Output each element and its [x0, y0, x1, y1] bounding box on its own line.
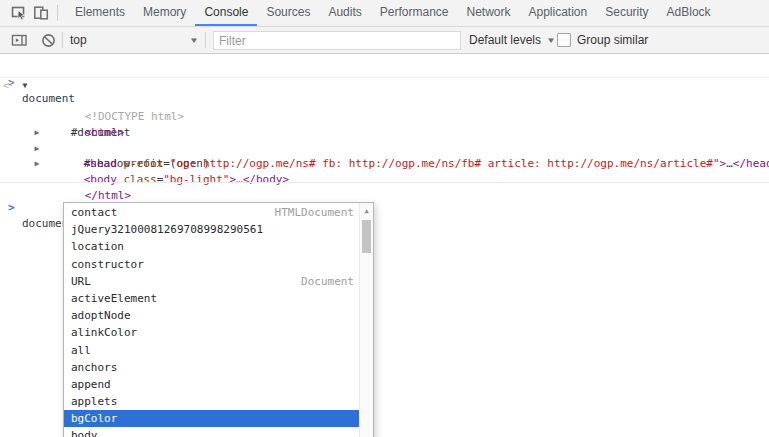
- console-output: > document <· ▼ #document <!DOCTYPE html…: [0, 54, 769, 437]
- context-selected-label: top: [70, 33, 87, 47]
- tab-adblock[interactable]: AdBlock: [658, 0, 720, 26]
- suggestion-alinkcolor[interactable]: alinkColor: [64, 324, 360, 341]
- tab-application[interactable]: Application: [520, 0, 597, 26]
- suggestion-type-annotation: Document: [301, 273, 354, 290]
- console-sidebar-icon: [11, 32, 28, 48]
- suggestion-label: alinkColor: [71, 324, 137, 341]
- expand-triangle-icon[interactable]: ▼: [20, 78, 30, 94]
- panel-tabs: ElementsMemoryConsoleSourcesAuditsPerfor…: [66, 0, 720, 26]
- group-similar-checkbox[interactable]: [557, 33, 571, 47]
- clear-console-button[interactable]: [37, 30, 59, 50]
- tab-sources[interactable]: Sources: [257, 0, 319, 26]
- tab-label: Performance: [380, 5, 449, 19]
- body-element-row[interactable]: ▶<body class="bg-light">…</body>: [0, 156, 769, 172]
- tab-label: Application: [529, 5, 588, 19]
- collapse-triangle-icon[interactable]: ▶: [32, 156, 42, 172]
- execution-context-selector[interactable]: top ▼: [70, 27, 198, 53]
- suggestion-label: bgColor: [71, 410, 117, 427]
- dom-result-tree: <· ▼ #document <!DOCTYPE html> <html> ▶ …: [0, 78, 769, 188]
- scroll-up-arrow-icon[interactable]: ▲: [360, 207, 373, 215]
- chevron-down-icon: ▼: [189, 36, 199, 45]
- popup-scrollbar[interactable]: ▲: [359, 203, 373, 437]
- suggestion-list: contactHTMLDocumentjQuery321000812697089…: [64, 204, 360, 437]
- suggestion-label: anchors: [71, 359, 117, 376]
- tab-label: Network: [467, 5, 511, 19]
- head-element-row[interactable]: ▶<head prefix="og: http://ogp.me/ns# fb:…: [0, 141, 769, 157]
- doctype-row[interactable]: <!DOCTYPE html>: [0, 94, 769, 110]
- suggestion-jquery32100081269708998290561[interactable]: jQuery32100081269708998290561: [64, 221, 360, 238]
- suggestion-applets[interactable]: applets: [64, 393, 360, 410]
- tab-label: Security: [605, 5, 648, 19]
- prompt-chevron-icon: >: [8, 200, 15, 216]
- suggestion-label: body: [71, 427, 98, 437]
- tab-elements[interactable]: Elements: [66, 0, 134, 26]
- device-toolbar-button[interactable]: [30, 3, 52, 23]
- suggestion-label: adoptNode: [71, 307, 131, 324]
- suggestion-location[interactable]: location: [64, 238, 360, 255]
- toolbar-divider: [205, 32, 206, 48]
- suggestion-label: URL: [71, 273, 91, 290]
- tab-label: Memory: [143, 5, 186, 19]
- block-icon: [41, 33, 56, 48]
- show-console-sidebar-button[interactable]: [8, 30, 30, 50]
- toolbar-divider: [57, 5, 58, 21]
- suggestion-url[interactable]: URLDocument: [64, 273, 360, 290]
- inspect-element-button[interactable]: [8, 3, 30, 23]
- suggestion-label: all: [71, 342, 91, 359]
- tab-network[interactable]: Network: [458, 0, 520, 26]
- devtools-tabbar: ElementsMemoryConsoleSourcesAuditsPerfor…: [0, 0, 769, 27]
- suggestion-label: contact: [71, 204, 117, 221]
- console-echo-entry: > document: [0, 59, 769, 75]
- group-similar-label: Group similar: [577, 33, 648, 47]
- tab-label: Elements: [75, 5, 125, 19]
- suggestion-append[interactable]: append: [64, 376, 360, 393]
- suggestion-bgcolor[interactable]: bgColor: [64, 410, 360, 427]
- suggestion-adoptnode[interactable]: adoptNode: [64, 307, 360, 324]
- log-levels-dropdown[interactable]: Default levels ▼: [469, 27, 555, 53]
- filter-input[interactable]: [213, 31, 461, 50]
- tab-audits[interactable]: Audits: [319, 0, 370, 26]
- tab-label: Console: [204, 5, 248, 19]
- tab-security[interactable]: Security: [596, 0, 657, 26]
- suggestion-activeelement[interactable]: activeElement: [64, 290, 360, 307]
- suggestion-label: constructor: [71, 256, 144, 273]
- tab-label: Sources: [266, 5, 310, 19]
- log-levels-label: Default levels: [469, 33, 541, 47]
- shadow-root-row[interactable]: ▶ #shadow-root (open): [0, 125, 769, 141]
- inspect-cursor-icon: [11, 5, 27, 21]
- suggestion-label: location: [71, 238, 124, 255]
- console-toolbar: top ▼ Default levels ▼ Group similar: [0, 27, 769, 54]
- tab-console[interactable]: Console: [195, 0, 257, 26]
- collapse-triangle-icon[interactable]: ▶: [32, 125, 42, 141]
- suggestion-contact[interactable]: contactHTMLDocument: [64, 204, 360, 221]
- suggestion-all[interactable]: all: [64, 342, 360, 359]
- toolbar-divider: [62, 32, 63, 48]
- autocomplete-popup: contactHTMLDocumentjQuery321000812697089…: [63, 202, 374, 437]
- suggestion-label: append: [71, 376, 111, 393]
- suggestion-type-annotation: HTMLDocument: [275, 204, 354, 221]
- suggestion-label: applets: [71, 393, 117, 410]
- chevron-down-icon: ▼: [546, 36, 556, 45]
- suggestion-label: jQuery32100081269708998290561: [71, 221, 263, 238]
- console-prompt[interactable]: > document.bgColor: [0, 184, 769, 200]
- prompt-separator: [0, 182, 769, 183]
- document-node-row[interactable]: <· ▼ #document: [0, 78, 769, 94]
- devtools-window: { "header": { "tabs": [ {"label": "Eleme…: [0, 0, 769, 437]
- device-toolbar-icon: [33, 5, 49, 21]
- html-open-row[interactable]: <html>: [0, 109, 769, 125]
- tab-memory[interactable]: Memory: [134, 0, 195, 26]
- return-value-icon: <·: [3, 78, 13, 94]
- suggestion-constructor[interactable]: constructor: [64, 256, 360, 273]
- tab-performance[interactable]: Performance: [371, 0, 458, 26]
- suggestion-body[interactable]: body: [64, 427, 360, 437]
- tab-label: Audits: [328, 5, 361, 19]
- tab-label: AdBlock: [667, 5, 711, 19]
- suggestion-anchors[interactable]: anchors: [64, 359, 360, 376]
- suggestion-label: activeElement: [71, 290, 157, 307]
- collapse-triangle-icon[interactable]: ▶: [32, 141, 42, 157]
- scrollbar-thumb[interactable]: [362, 220, 371, 253]
- group-similar-control: Group similar: [557, 27, 648, 53]
